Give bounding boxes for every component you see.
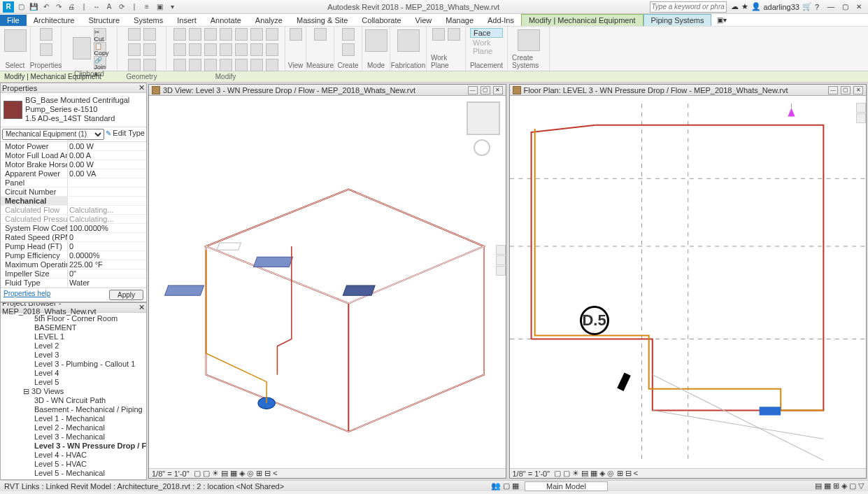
prop-val[interactable]: 0.00 A [67, 151, 146, 160]
properties-close-icon[interactable]: ✕ [138, 83, 145, 92]
editfam-icon[interactable] [365, 29, 387, 52]
nav-home-icon[interactable] [496, 245, 506, 255]
viewplan-canvas[interactable]: D.5 [510, 96, 867, 468]
prop-val[interactable]: Calculating... [67, 215, 146, 223]
tree-node[interactable]: Level 4 - HVAC [1, 451, 146, 460]
viewplan-min[interactable]: — [828, 86, 838, 94]
compass-icon[interactable] [474, 139, 490, 156]
properties-help-link[interactable]: Properties help [3, 290, 50, 300]
view3d-min[interactable]: — [468, 86, 478, 94]
user-icon[interactable]: 👤 [751, 2, 761, 11]
create-icon1[interactable] [342, 28, 355, 41]
prop-val[interactable]: Water [67, 278, 146, 287]
search-input[interactable] [650, 1, 727, 13]
tree-node[interactable]: Level 5 - Mechanical [1, 469, 146, 478]
prop-val[interactable]: 100.0000% [67, 224, 146, 232]
mod-icon9[interactable] [189, 43, 201, 56]
mod-icon10[interactable] [204, 43, 217, 56]
qat-save-icon[interactable]: 💾 [28, 1, 39, 13]
tree-node[interactable]: 5th Floor - Corner Room [1, 314, 146, 323]
geo-icon4[interactable] [143, 43, 156, 56]
cut-btn[interactable]: ✂ Cut ▾ [94, 28, 106, 41]
mod-icon21[interactable] [266, 59, 278, 71]
tree-node[interactable]: Level 2 [1, 341, 146, 351]
tree-node[interactable]: Level 3 - Mechanical [1, 432, 146, 442]
create-icon2[interactable] [342, 43, 355, 56]
tree-node[interactable]: 3D - WN Circuit Path [1, 396, 146, 405]
mod-icon11[interactable] [220, 43, 232, 56]
mod-icon2[interactable] [189, 28, 201, 41]
plan-nav1-icon[interactable] [856, 103, 866, 113]
tab-addins[interactable]: Add-Ins [481, 15, 521, 26]
tree-node[interactable]: Level 5 [1, 378, 146, 387]
cloud-icon[interactable]: ☁ [731, 2, 739, 11]
viewplan-close[interactable]: ✕ [853, 86, 863, 94]
status-icons[interactable]: ▤ ▦ ⊞ ◈ ▢ ▽ [815, 481, 864, 491]
copy-btn[interactable]: 📋 Copy ▾ [94, 42, 106, 55]
geo-icon5[interactable] [128, 59, 141, 71]
edit-type-button[interactable]: ✎ Edit Type [106, 129, 145, 140]
tab-systems[interactable]: Systems [127, 15, 170, 26]
tab-piping[interactable]: Piping Systems [643, 14, 712, 26]
star-icon[interactable]: ★ [741, 2, 748, 11]
tree-node[interactable]: Level 2 - Mechanical [1, 423, 146, 432]
tree-node[interactable]: Level 3 - WN Pressure Drop / Flow [1, 442, 146, 451]
picknew-icon[interactable] [448, 28, 460, 41]
qat-measure-icon[interactable]: ↔ [91, 1, 102, 13]
props-icon2[interactable] [40, 43, 52, 56]
prop-val[interactable]: 0.00 W [67, 142, 146, 150]
view3d-max[interactable]: ▢ [481, 86, 490, 94]
apply-button[interactable]: Apply [109, 290, 143, 300]
geo-icon2[interactable] [143, 28, 156, 41]
mod-icon7[interactable] [266, 28, 278, 41]
tab-structure[interactable]: Structure [81, 15, 127, 26]
prop-val[interactable]: 0.00 W [67, 160, 146, 169]
tab-file[interactable]: File [0, 15, 27, 26]
maximize-button[interactable]: ▢ [839, 2, 851, 12]
prop-val[interactable]: 0 [67, 242, 146, 250]
tree-node[interactable]: BASEMENT [1, 323, 146, 332]
browser-tree[interactable]: 5th Floor - Corner RoomBASEMENTLEVEL 1Le… [1, 313, 146, 479]
prop-val[interactable]: 0" [67, 269, 146, 278]
prop-val[interactable]: Calculating... [67, 206, 146, 214]
cart-icon[interactable]: 🛒 [802, 2, 812, 11]
power-icon[interactable] [518, 29, 540, 51]
viewplan-controlbar[interactable]: 1/8" = 1'-0" ▢ ▢ ☀ ▤ ▦ ◈ ◎ ⊞ ⊟ < [510, 468, 867, 478]
view-cube[interactable] [467, 101, 500, 156]
editwp-icon[interactable] [432, 28, 445, 41]
props-icon[interactable] [40, 28, 52, 41]
view3d-close[interactable]: ✕ [493, 86, 503, 94]
mod-icon18[interactable] [220, 59, 232, 71]
view-icon[interactable] [290, 28, 302, 41]
mod-icon4[interactable] [220, 28, 232, 41]
browser-close-icon[interactable]: ✕ [138, 303, 145, 312]
geo-icon1[interactable] [128, 28, 141, 41]
plan-nav2-icon[interactable] [856, 113, 866, 123]
tab-analyze[interactable]: Analyze [248, 15, 290, 26]
tree-node[interactable]: Basement - Mechanical / Piping [1, 405, 146, 414]
mod-icon12[interactable] [235, 43, 248, 56]
mod-icon17[interactable] [204, 59, 217, 71]
qat-redo-icon[interactable]: ↷ [53, 1, 64, 13]
mod-icon20[interactable] [250, 59, 263, 71]
place-wp[interactable]: Work Plane [470, 38, 503, 55]
qat-thin-icon[interactable]: ≡ [141, 1, 152, 13]
tree-node[interactable]: Roof - Mechanical [1, 478, 146, 479]
qat-close-icon[interactable]: ▣ [154, 1, 165, 13]
tab-massing[interactable]: Massing & Site [290, 15, 355, 26]
tab-collaborate[interactable]: Collaborate [355, 15, 408, 26]
tree-node[interactable]: Level 4 [1, 369, 146, 378]
prop-val[interactable]: 0.0000% [67, 251, 146, 260]
tab-view[interactable]: View [408, 15, 439, 26]
qat-switch-icon[interactable]: ▾ [166, 1, 178, 13]
geo-icon3[interactable] [128, 43, 141, 56]
ribbon-collapse-icon[interactable]: ▣▾ [717, 16, 727, 24]
tree-node[interactable]: Level 3 - Plumbing - Callout 1 [1, 360, 146, 369]
scale-label2[interactable]: 1/8" = 1'-0" [513, 470, 550, 478]
mod-icon19[interactable] [235, 59, 248, 71]
nav-orbit-icon[interactable] [496, 266, 506, 276]
category-select[interactable]: Mechanical Equipment (1) [2, 129, 104, 140]
tree-node[interactable]: Level 1 - Mechanical [1, 414, 146, 423]
prop-val[interactable] [67, 188, 146, 196]
qat-open-icon[interactable]: ▢ [15, 1, 27, 13]
